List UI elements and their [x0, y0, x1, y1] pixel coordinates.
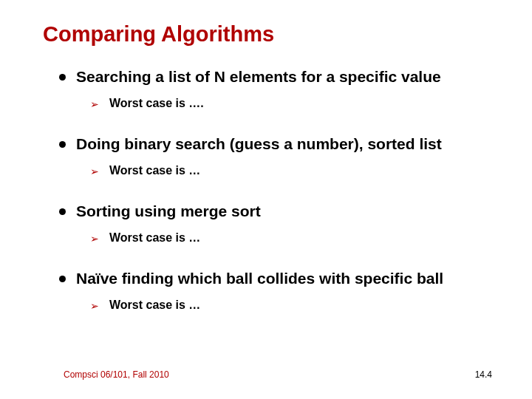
arrow-icon: ➢	[90, 300, 99, 313]
bullet-dot-icon	[59, 74, 66, 81]
bullet-item: Searching a list of N elements for a spe…	[59, 67, 502, 111]
slide-content: Searching a list of N elements for a spe…	[0, 67, 532, 313]
slide-title: Comparing Algorithms	[0, 22, 532, 47]
bullet-heading: Sorting using merge sort	[76, 202, 261, 221]
sub-bullet-text: Worst case is …	[109, 299, 200, 312]
bullet-item: Sorting using merge sort ➢ Worst case is…	[59, 202, 502, 245]
footer-text: Compsci 06/101, Fall 2010	[64, 369, 169, 380]
bullet-row: Searching a list of N elements for a spe…	[59, 67, 502, 86]
sub-bullet-text: Worst case is …	[109, 231, 200, 245]
bullet-dot-icon	[59, 276, 66, 282]
bullet-dot-icon	[59, 208, 66, 215]
sub-bullet-row: ➢ Worst case is …	[59, 299, 502, 313]
bullet-row: Sorting using merge sort	[59, 202, 502, 221]
sub-bullet-text: Worst case is ….	[109, 97, 204, 110]
page-number: 14.4	[475, 369, 492, 380]
bullet-dot-icon	[59, 141, 66, 148]
sub-bullet-row: ➢ Worst case is ….	[59, 97, 502, 111]
bullet-heading: Doing binary search (guess a number), so…	[76, 134, 442, 154]
arrow-icon: ➢	[90, 166, 99, 178]
bullet-item: Doing binary search (guess a number), so…	[59, 134, 502, 178]
arrow-icon: ➢	[90, 98, 99, 111]
arrow-icon: ➢	[90, 233, 99, 245]
bullet-heading: Searching a list of N elements for a spe…	[76, 67, 441, 86]
sub-bullet-row: ➢ Worst case is …	[59, 164, 502, 178]
slide: Comparing Algorithms Searching a list of…	[0, 0, 532, 399]
bullet-row: Naïve finding which ball collides with s…	[59, 269, 502, 288]
sub-bullet-row: ➢ Worst case is …	[59, 231, 502, 245]
bullet-item: Naïve finding which ball collides with s…	[59, 269, 502, 313]
sub-bullet-text: Worst case is …	[109, 164, 200, 177]
bullet-heading: Naïve finding which ball collides with s…	[76, 269, 443, 288]
bullet-row: Doing binary search (guess a number), so…	[59, 134, 502, 154]
